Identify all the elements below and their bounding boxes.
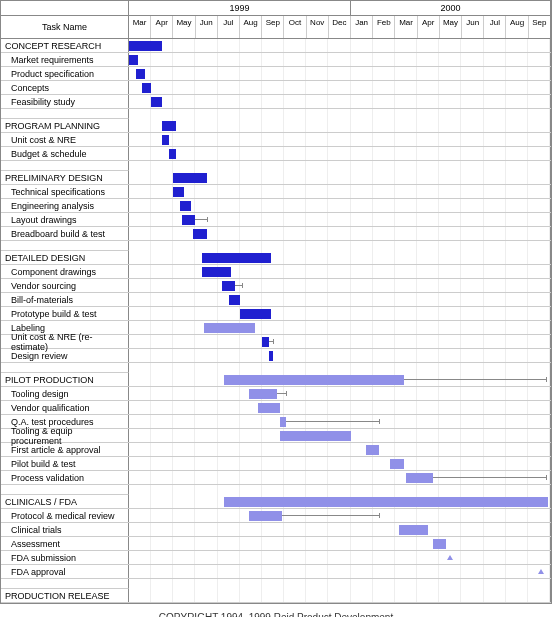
task-label: [1, 241, 129, 251]
task-label: Process validation: [1, 471, 129, 484]
task-label: [1, 363, 129, 373]
month-label: Mar: [395, 16, 417, 38]
gantt-row: FDA approval: [1, 565, 551, 579]
task-name-header: [1, 1, 129, 15]
chart-area: [129, 213, 551, 226]
gantt-row: Vendor sourcing: [1, 279, 551, 293]
gantt-row: Market requirements: [1, 53, 551, 67]
task-label: Product specification: [1, 67, 129, 80]
gantt-row: PRODUCTION RELEASE: [1, 589, 551, 603]
year-label: 2000: [351, 1, 551, 15]
task-label: Assessment: [1, 537, 129, 550]
chart-area: [129, 415, 551, 428]
gantt-row: PRELIMINARY DESIGN: [1, 171, 551, 185]
gantt-bar: [258, 403, 280, 413]
chart-area: [129, 81, 551, 94]
chart-area: [129, 363, 551, 373]
month-label: Oct: [284, 16, 306, 38]
gantt-row: CONCEPT RESEARCH: [1, 39, 551, 53]
gantt-bar: [249, 389, 278, 399]
chart-area: [129, 171, 551, 184]
spacer-row: [1, 109, 551, 119]
gantt-row: First article & approval: [1, 443, 551, 457]
gantt-whisker: [282, 515, 379, 516]
task-label: DETAILED DESIGN: [1, 251, 129, 264]
task-label: First article & approval: [1, 443, 129, 456]
chart-area: [129, 429, 551, 442]
month-label: Jul: [484, 16, 506, 38]
task-label: Technical specifications: [1, 185, 129, 198]
task-label: Unit cost & NRE: [1, 133, 129, 146]
chart-area: [129, 39, 551, 52]
gantt-bar: [406, 473, 433, 483]
chart-area: [129, 67, 551, 80]
gantt-row: Budget & schedule: [1, 147, 551, 161]
copyright-footer: COPYRIGHT 1994, 1999 Reid Product Develo…: [0, 604, 552, 617]
task-label: PROGRAM PLANNING: [1, 119, 129, 132]
chart-area: [129, 109, 551, 119]
month-label: May: [173, 16, 195, 38]
gantt-bar: [162, 121, 175, 131]
milestone-marker: [538, 569, 544, 574]
task-label: Tooling & equip procurement: [1, 429, 129, 442]
chart-area: [129, 95, 551, 108]
gantt-bar: [193, 229, 206, 239]
gantt-bar: [202, 267, 231, 277]
gantt-bar: [390, 459, 403, 469]
chart-area: [129, 335, 551, 348]
spacer-row: [1, 579, 551, 589]
gantt-bar: [129, 55, 138, 65]
chart-area: [129, 565, 551, 578]
gantt-row: Protocol & medical review: [1, 509, 551, 523]
chart-area: [129, 147, 551, 160]
gantt-row: Bill-of-materials: [1, 293, 551, 307]
gantt-row: PROGRAM PLANNING: [1, 119, 551, 133]
gantt-whisker: [404, 379, 546, 380]
gantt-bar: [173, 187, 184, 197]
gantt-bar: [399, 525, 428, 535]
task-label: Prototype build & test: [1, 307, 129, 320]
task-label: FDA approval: [1, 565, 129, 578]
gantt-bar: [142, 83, 151, 93]
chart-area: [129, 401, 551, 414]
spacer-row: [1, 241, 551, 251]
gantt-whisker: [286, 421, 379, 422]
gantt-row: Technical specifications: [1, 185, 551, 199]
task-name-header-label: Task Name: [1, 16, 129, 38]
chart-area: [129, 457, 551, 470]
gantt-bar: [151, 97, 162, 107]
gantt-row: DETAILED DESIGN: [1, 251, 551, 265]
gantt-bar: [280, 431, 351, 441]
gantt-row: Product specification: [1, 67, 551, 81]
gantt-whisker: [269, 341, 273, 342]
gantt-row: Assessment: [1, 537, 551, 551]
task-label: Concepts: [1, 81, 129, 94]
spacer-row: [1, 161, 551, 171]
gantt-whisker: [433, 477, 546, 478]
gantt-whisker: [235, 285, 242, 286]
chart-area: [129, 241, 551, 251]
task-label: Vendor qualification: [1, 401, 129, 414]
gantt-row: Vendor qualification: [1, 401, 551, 415]
gantt-bar: [280, 417, 287, 427]
task-label: Feasibility study: [1, 95, 129, 108]
chart-area: [129, 53, 551, 66]
gantt-row: Tooling & equip procurement: [1, 429, 551, 443]
chart-area: [129, 119, 551, 132]
chart-area: [129, 509, 551, 522]
gantt-row: Pilot build & test: [1, 457, 551, 471]
gantt-row: FDA submission: [1, 551, 551, 565]
spacer-row: [1, 485, 551, 495]
chart-area: [129, 265, 551, 278]
gantt-bar: [204, 323, 255, 333]
chart-area: [129, 321, 551, 334]
gantt-row: Unit cost & NRE (re-estimate): [1, 335, 551, 349]
gantt-bar: [269, 351, 273, 361]
chart-area: [129, 523, 551, 536]
header-months: Task Name MarAprMayJunJulAugSepOctNovDec…: [1, 16, 551, 39]
task-label: Pilot build & test: [1, 457, 129, 470]
chart-area: [129, 387, 551, 400]
month-label: Apr: [151, 16, 173, 38]
gantt-bar: [173, 173, 206, 183]
task-label: Vendor sourcing: [1, 279, 129, 292]
